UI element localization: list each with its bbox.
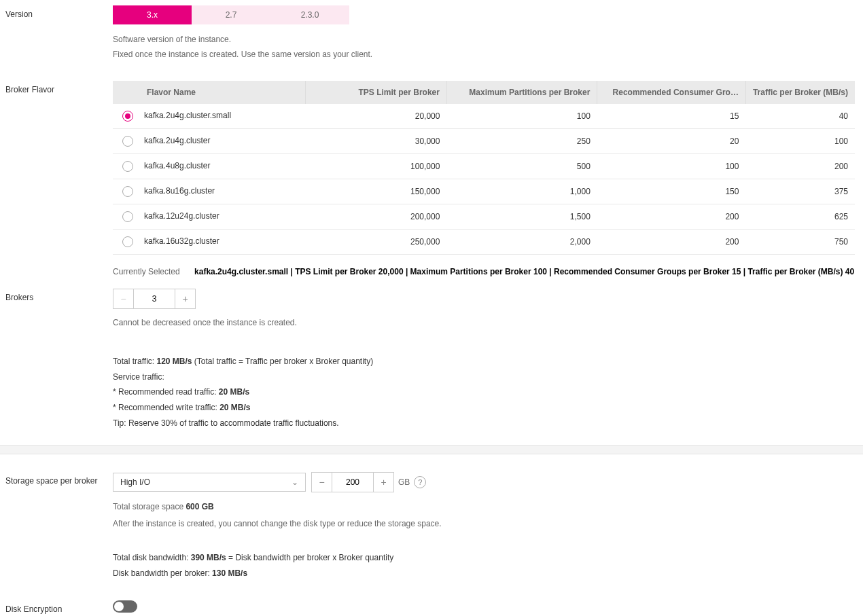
- read-traffic-line: * Recommended read traffic: 20 MB/s: [113, 384, 855, 400]
- radio-icon[interactable]: [122, 236, 133, 247]
- storage-stepper: − +: [311, 472, 394, 492]
- currently-selected: Currently Selected kafka.2u4g.cluster.sm…: [113, 267, 855, 276]
- total-traffic-line: Total traffic: 120 MB/s (Total traffic =…: [113, 354, 855, 369]
- version-segmented: 3.x 2.7 2.3.0: [113, 5, 855, 24]
- table-row[interactable]: kafka.12u24g.cluster200,0001,500200625: [113, 204, 855, 230]
- flavor-traffic: 750: [745, 230, 855, 255]
- version-option-27[interactable]: 2.7: [192, 5, 270, 24]
- flavor-name: kafka.8u16g.cluster: [144, 186, 215, 196]
- brokers-stepper: − +: [113, 289, 196, 309]
- help-icon[interactable]: ?: [414, 476, 426, 488]
- flavor-traffic: 625: [745, 204, 855, 230]
- flavor-parts: 100: [446, 104, 597, 129]
- flavor-tps: 200,000: [306, 204, 446, 230]
- traffic-tip: Tip: Reserve 30% of traffic to accommoda…: [113, 416, 855, 431]
- currently-selected-label: Currently Selected: [113, 267, 180, 276]
- flavor-groups: 20: [597, 129, 746, 154]
- currently-selected-value: kafka.2u4g.cluster.small | TPS Limit per…: [194, 267, 854, 276]
- radio-icon[interactable]: [122, 186, 133, 197]
- table-row[interactable]: kafka.16u32g.cluster250,0002,000200750: [113, 230, 855, 255]
- flavor-name: kafka.4u8g.cluster: [144, 161, 210, 170]
- brokers-desc: Cannot be decreased once the instance is…: [113, 316, 855, 331]
- radio-icon[interactable]: [122, 136, 133, 147]
- flavor-parts: 250: [446, 129, 597, 154]
- flavor-traffic: 375: [745, 179, 855, 204]
- radio-icon[interactable]: [122, 211, 133, 222]
- brokers-increment[interactable]: +: [175, 289, 195, 308]
- write-traffic-line: * Recommended write traffic: 20 MB/s: [113, 400, 855, 416]
- table-row[interactable]: kafka.2u4g.cluster.small20,0001001540: [113, 104, 855, 129]
- flavor-name: kafka.12u24g.cluster: [144, 211, 219, 221]
- chevron-down-icon: ⌄: [292, 477, 298, 487]
- disk-encryption-label: Disk Encryption: [5, 600, 113, 614]
- radio-icon[interactable]: [122, 161, 133, 172]
- storage-unit: GB: [398, 477, 410, 487]
- flavor-groups: 100: [597, 154, 746, 179]
- bw-per-broker-line: Disk bandwidth per broker: 130 MB/s: [113, 566, 855, 581]
- flavor-groups: 15: [597, 104, 746, 129]
- flavor-groups: 200: [597, 204, 746, 230]
- storage-input[interactable]: [332, 473, 373, 492]
- storage-decrement[interactable]: −: [312, 473, 332, 492]
- brokers-input[interactable]: [134, 289, 175, 308]
- flavor-name: kafka.2u4g.cluster.small: [144, 111, 231, 120]
- flavor-name: kafka.2u4g.cluster: [144, 136, 210, 145]
- storage-increment[interactable]: +: [373, 473, 393, 492]
- flavor-traffic: 200: [745, 154, 855, 179]
- disk-encryption-toggle[interactable]: [113, 600, 137, 613]
- flavor-parts: 2,000: [446, 230, 597, 255]
- table-row[interactable]: kafka.2u4g.cluster30,00025020100: [113, 129, 855, 154]
- version-option-3x[interactable]: 3.x: [113, 5, 192, 24]
- table-row[interactable]: kafka.4u8g.cluster100,000500100200: [113, 154, 855, 179]
- flavor-tps: 250,000: [306, 230, 446, 255]
- flavor-tps: 150,000: [306, 179, 446, 204]
- section-divider: [0, 445, 863, 454]
- table-row[interactable]: kafka.8u16g.cluster150,0001,000150375: [113, 179, 855, 204]
- flavor-groups: 150: [597, 179, 746, 204]
- flavor-name: kafka.16u32g.cluster: [144, 236, 219, 246]
- flavor-parts: 1,000: [446, 179, 597, 204]
- flavor-traffic: 100: [745, 129, 855, 154]
- storage-desc: After the instance is created, you canno…: [113, 517, 855, 532]
- total-storage-line: Total storage space 600 GB: [113, 502, 855, 511]
- brokers-label: Brokers: [5, 289, 113, 302]
- col-groups[interactable]: Recommended Consumer Gro…: [597, 81, 746, 104]
- version-label: Version: [5, 5, 113, 19]
- flavor-groups: 200: [597, 230, 746, 255]
- flavor-tps: 100,000: [306, 154, 446, 179]
- storage-label: Storage space per broker: [5, 472, 113, 486]
- flavor-tps: 20,000: [306, 104, 446, 129]
- flavor-label: Broker Flavor: [5, 81, 113, 94]
- brokers-decrement[interactable]: −: [113, 289, 134, 308]
- disk-type-value: High I/O: [120, 477, 150, 487]
- version-option-230[interactable]: 2.3.0: [270, 5, 349, 24]
- col-flavor-name[interactable]: Flavor Name: [113, 81, 306, 104]
- service-traffic-line: Service traffic:: [113, 369, 855, 385]
- flavor-table: Flavor Name TPS Limit per Broker Maximum…: [113, 81, 855, 255]
- flavor-parts: 500: [446, 154, 597, 179]
- col-tps[interactable]: TPS Limit per Broker: [306, 81, 446, 104]
- flavor-parts: 1,500: [446, 204, 597, 230]
- total-bw-line: Total disk bandwidth: 390 MB/s = Disk ba…: [113, 550, 855, 566]
- disk-type-select[interactable]: High I/O ⌄: [113, 473, 306, 492]
- col-partitions[interactable]: Maximum Partitions per Broker: [446, 81, 597, 104]
- version-desc2: Fixed once the instance is created. Use …: [113, 48, 855, 62]
- flavor-tps: 30,000: [306, 129, 446, 154]
- radio-icon[interactable]: [122, 111, 133, 122]
- col-traffic[interactable]: Traffic per Broker (MB/s): [745, 81, 855, 104]
- flavor-traffic: 40: [745, 104, 855, 129]
- version-desc1: Software version of the instance.: [113, 33, 855, 48]
